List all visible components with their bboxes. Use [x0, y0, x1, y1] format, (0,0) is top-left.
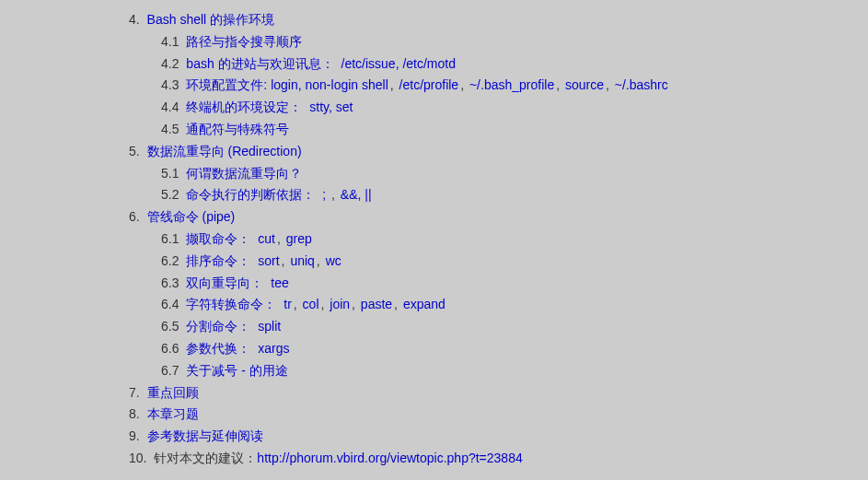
separator — [265, 275, 269, 290]
section-title-link[interactable]: 管线命令 (pipe) — [147, 209, 236, 224]
subsection-link[interactable]: tr — [284, 297, 292, 311]
subsection-link[interactable]: uniq — [290, 253, 314, 268]
subsection-link[interactable]: join — [330, 297, 350, 311]
toc-subsection: 5.1 何谓数据流重导向？ — [161, 163, 868, 185]
toc-subsection: 6.3 双向重导向： tee — [161, 273, 868, 295]
subsection-link[interactable]: 终端机的环境设定： — [186, 100, 302, 114]
section-number: 9. — [129, 428, 144, 443]
section-title-link[interactable]: Bash shell 的操作环境 — [147, 12, 274, 27]
toc-subsection: 4.5 通配符与特殊符号 — [161, 119, 868, 141]
toc-section: 10. 针对本文的建议：http://phorum.vbird.org/view… — [129, 448, 868, 470]
separator: , — [460, 77, 468, 92]
subsection-number: 4.2 — [161, 56, 182, 71]
subsection-link[interactable]: 参数代换： — [186, 341, 250, 356]
subsection-link[interactable]: /etc/issue, /etc/motd — [341, 56, 457, 71]
subsection-link[interactable]: 何谓数据流重导向？ — [186, 166, 302, 181]
separator — [252, 253, 256, 268]
subsection-link[interactable]: stty, set — [309, 100, 353, 114]
toc-section: 4. Bash shell 的操作环境 — [129, 9, 868, 31]
section-number: 7. — [129, 385, 144, 400]
subsection-number: 4.1 — [161, 34, 182, 49]
subsection-link[interactable]: ; — [322, 187, 326, 202]
separator: , — [328, 187, 339, 202]
subsection-link[interactable]: 分割命令： — [186, 319, 250, 334]
subsection-link[interactable]: cut — [258, 231, 275, 246]
section-number: 4. — [129, 12, 144, 27]
toc-subsection: 6.5 分割命令： split — [161, 316, 868, 338]
separator — [317, 187, 320, 202]
separator: , — [277, 231, 284, 246]
separator: , — [282, 253, 289, 268]
toc-section: 9. 参考数据与延伸阅读 — [129, 426, 868, 448]
subsection-link[interactable]: wc — [326, 253, 341, 268]
subsection-number: 5.2 — [161, 187, 182, 202]
subsection-link[interactable]: paste — [361, 297, 392, 311]
section-title-link[interactable]: 本章习题 — [147, 406, 199, 421]
forum-url-link[interactable]: http://phorum.vbird.org/viewtopic.php?t=… — [257, 451, 522, 465]
subsection-number: 6.3 — [161, 275, 182, 290]
subsection-number: 6.6 — [161, 341, 182, 356]
subsection-link[interactable]: grep — [286, 231, 312, 246]
subsection-link[interactable]: expand — [403, 297, 446, 311]
subsection-link[interactable]: /etc/profile — [399, 77, 459, 92]
subsection-number: 4.3 — [161, 77, 182, 92]
subsection-link[interactable]: bash 的进站与欢迎讯息： — [186, 56, 333, 71]
subsection-link[interactable]: 关于减号 - 的用途 — [186, 363, 287, 378]
section-number: 6. — [129, 209, 144, 224]
separator: , — [394, 297, 401, 311]
separator: , — [321, 297, 329, 311]
separator: , — [556, 77, 563, 92]
separator: , — [317, 253, 324, 268]
separator — [252, 319, 256, 334]
subsection-link[interactable]: 撷取命令： — [186, 231, 250, 246]
subsection-link[interactable]: 双向重导向： — [186, 275, 263, 290]
subsection-link[interactable]: sort — [258, 253, 279, 268]
subsection-link[interactable]: xargs — [258, 341, 289, 356]
separator: , — [294, 297, 301, 311]
separator — [252, 341, 256, 356]
subsection-number: 6.1 — [161, 231, 182, 246]
subsection-link[interactable]: ~/.bash_profile — [469, 77, 554, 92]
subsection-number: 6.7 — [161, 363, 182, 378]
toc-section: 5. 数据流重导向 (Redirection) — [129, 141, 868, 163]
toc-subsection: 6.6 参数代换： xargs — [161, 338, 868, 360]
subsection-number: 6.5 — [161, 319, 182, 334]
toc-section: 7. 重点回顾 — [129, 382, 868, 404]
subsection-link[interactable]: 字符转换命令： — [186, 297, 276, 311]
toc-section: 8. 本章习题 — [129, 404, 868, 426]
subsection-link[interactable]: tee — [271, 275, 288, 290]
section-text: 针对本文的建议： — [154, 451, 257, 465]
toc-subsection: 4.4 终端机的环境设定： stty, set — [161, 97, 868, 119]
toc-subsection: 4.3 环境配置文件: login, non-login shell, /etc… — [161, 75, 868, 97]
toc-subsection: 5.2 命令执行的判断依据： ; , &&, || — [161, 184, 868, 206]
separator: , — [352, 297, 359, 311]
separator — [336, 56, 340, 71]
subsection-link[interactable]: 路径与指令搜寻顺序 — [186, 34, 302, 49]
subsection-link[interactable]: source — [565, 77, 604, 92]
separator — [252, 231, 256, 246]
section-number: 8. — [129, 406, 144, 421]
toc-subsection: 6.7 关于减号 - 的用途 — [161, 360, 868, 382]
section-title-link[interactable]: 数据流重导向 (Redirection) — [147, 144, 302, 158]
subsection-link[interactable]: 排序命令： — [186, 253, 250, 268]
separator — [278, 297, 282, 311]
subsection-number: 6.4 — [161, 297, 182, 311]
toc-subsection: 4.2 bash 的进站与欢迎讯息： /etc/issue, /etc/motd — [161, 53, 868, 76]
subsection-link[interactable]: 通配符与特殊符号 — [186, 122, 289, 136]
table-of-contents: 4. Bash shell 的操作环境4.1 路径与指令搜寻顺序4.2 bash… — [0, 9, 868, 470]
subsection-number: 5.1 — [161, 166, 182, 181]
toc-subsection: 6.4 字符转换命令： tr, col, join, paste, expand — [161, 294, 868, 316]
subsection-link[interactable]: col — [303, 297, 319, 311]
toc-subsection: 6.2 排序命令： sort, uniq, wc — [161, 251, 868, 273]
section-title-link[interactable]: 参考数据与延伸阅读 — [147, 428, 263, 443]
separator — [304, 100, 307, 114]
subsection-link[interactable]: split — [258, 319, 281, 334]
section-title-link[interactable]: 重点回顾 — [147, 385, 199, 400]
separator: , — [606, 77, 613, 92]
subsection-link[interactable]: ~/.bashrc — [615, 77, 668, 92]
subsection-link[interactable]: 环境配置文件: login, non-login shell — [186, 77, 388, 92]
toc-subsection: 6.1 撷取命令： cut, grep — [161, 228, 868, 251]
subsection-link[interactable]: &&, || — [341, 187, 372, 202]
section-number: 10. — [129, 451, 150, 465]
subsection-link[interactable]: 命令执行的判断依据： — [186, 187, 315, 202]
